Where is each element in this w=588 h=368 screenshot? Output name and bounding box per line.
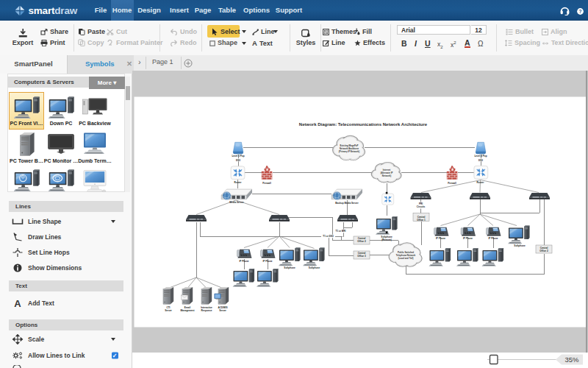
svg-text:(Primary IP Network): (Primary IP Network) [339, 150, 359, 153]
svg-text:Network): Network) [382, 174, 391, 177]
svg-text:Level 2 Pop: Level 2 Pop [474, 155, 487, 158]
svg-text:DS3: DS3 [236, 159, 240, 162]
svg-text:IP Phone: IP Phone [463, 237, 473, 240]
svg-text:Response: Response [201, 309, 212, 312]
svg-text:Office 2: Office 2 [357, 240, 366, 243]
svg-text:IP Phone: IP Phone [262, 260, 272, 263]
svg-text:Softphone: Softphone [309, 266, 320, 269]
svg-text:35%: 35% [564, 355, 579, 364]
svg-text:Media Server: Media Server [229, 201, 244, 204]
svg-text:Level 1 Pop: Level 1 Pop [232, 155, 244, 158]
svg-text:Office 2: Office 2 [539, 250, 548, 252]
svg-text:Server: Server [165, 309, 172, 312]
svg-text:IP Phone: IP Phone [436, 237, 445, 240]
svg-text:Firewall: Firewall [262, 182, 271, 185]
svg-text:Firewall: Firewall [448, 182, 456, 185]
svg-text:(Remote): (Remote) [381, 238, 391, 241]
svg-text:Backup Media Server: Backup Media Server [335, 202, 359, 205]
svg-text:Router: Router [234, 181, 243, 184]
svg-text:Router: Router [477, 181, 485, 184]
svg-text:(Local and Toll): (Local and Toll) [398, 257, 413, 260]
svg-text:IP Phone: IP Phone [488, 237, 498, 240]
svg-text:?: ? [579, 9, 582, 14]
svg-text:Network Diagram: Telecommunica: Network Diagram: Telecommunications Netw… [299, 122, 428, 127]
svg-text:Office 1: Office 1 [417, 219, 426, 222]
svg-text:T1 or DS3: T1 or DS3 [323, 235, 334, 238]
svg-text:Softphone: Softphone [284, 266, 295, 269]
svg-text:DS3: DS3 [478, 159, 483, 162]
svg-text:Management: Management [181, 309, 195, 312]
svg-text:Softphone: Softphone [514, 244, 526, 247]
svg-text:T1 or BRI: T1 or BRI [336, 230, 346, 233]
svg-text:Circuits: Circuits [417, 205, 426, 208]
svg-text:Office 3: Office 3 [357, 255, 366, 258]
svg-text:Server: Server [219, 309, 226, 312]
svg-text:IP Phone: IP Phone [239, 260, 248, 263]
